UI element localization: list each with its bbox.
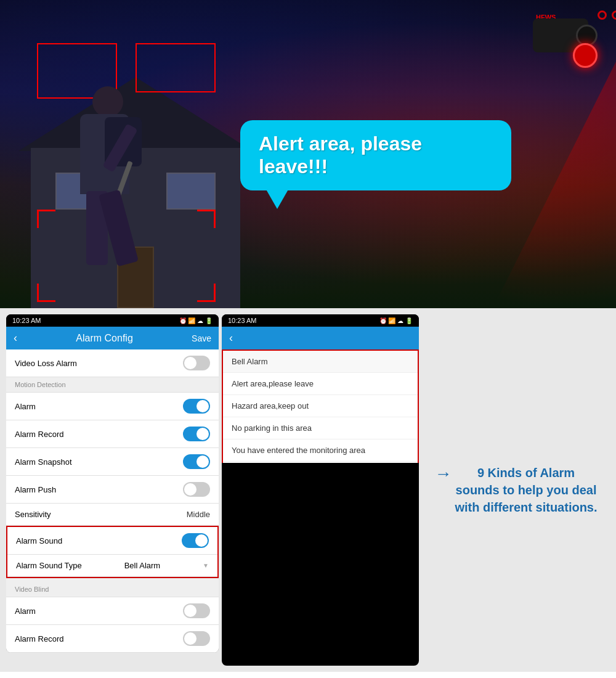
- alarm-push-row: Alarm Push: [6, 476, 219, 504]
- time-1: 10:23 AM: [12, 317, 41, 324]
- alarm-sound-dropdown: Bell Alarm Alert area,please leave Hazar…: [222, 349, 419, 463]
- save-button-1[interactable]: Save: [192, 333, 211, 343]
- alarm-push-toggle[interactable]: [183, 482, 210, 497]
- info-line-3: with different situations.: [455, 499, 597, 516]
- alarm-snapshot-row: Alarm Snapshot: [6, 448, 219, 476]
- info-text-section: → 9 Kinds of Alarm sounds to help you de…: [422, 314, 610, 666]
- alert-speech-bubble: Alert area, please leave!!!: [240, 120, 511, 190]
- hero-section: Alert area, please leave!!! HFWS: [0, 0, 616, 308]
- person-head: [92, 86, 123, 117]
- alarm-label: Alarm: [15, 402, 36, 411]
- alarm-sound-toggle[interactable]: [182, 533, 209, 548]
- app-title-1: Alarm Config: [76, 333, 132, 344]
- wave-2: [612, 10, 616, 20]
- alarm-sound-highlighted: Alarm Sound Alarm Sound Type Bell Alarm …: [6, 526, 219, 578]
- info-lines: 9 Kinds of Alarm sounds to help you deal…: [455, 464, 597, 516]
- alarm-sound-row: Alarm Sound: [7, 527, 217, 555]
- dropdown-item-2[interactable]: Alert area,please leave: [223, 373, 418, 395]
- expand-icon: ▼: [203, 562, 209, 569]
- phone-1: 10:23 AM ⏰ 📶 ☁ 🔋 ‹ Alarm Config Save Vid…: [6, 314, 219, 666]
- video-blind-alarm-record-label: Alarm Record: [15, 634, 63, 643]
- phone-screen-1: 10:23 AM ⏰ 📶 ☁ 🔋 ‹ Alarm Config Save Vid…: [6, 314, 219, 653]
- back-button-1[interactable]: ‹: [14, 332, 17, 345]
- app-content-2: Video Motio... Alarm Alarm Alarm: [222, 349, 419, 463]
- time-2: 10:23 AM: [228, 317, 256, 324]
- dropdown-item-5[interactable]: You have entered the monitoring area: [223, 439, 418, 462]
- alert-text: Alert area, please leave!!!: [259, 133, 493, 178]
- alarm-sound-type-row: Alarm Sound Type Bell Alarm ▼: [7, 555, 217, 577]
- dropdown-item-1[interactable]: Bell Alarm: [223, 351, 418, 373]
- siren-light: [573, 43, 598, 68]
- motion-detection-label: Motion Detection: [15, 381, 66, 388]
- video-loss-alarm-row: Video Loss Alarm: [6, 349, 219, 377]
- video-loss-toggle[interactable]: [183, 356, 210, 370]
- alarm-record-row: Alarm Record: [6, 420, 219, 448]
- status-icons-2: ⏰ 📶 ☁ 🔋: [379, 317, 413, 324]
- alarm-record-label: Alarm Record: [15, 430, 63, 439]
- video-blind-label: Video Blind: [15, 586, 49, 593]
- house-window-right: [166, 173, 216, 210]
- video-blind-alarm-toggle[interactable]: [183, 603, 210, 618]
- alarm-snapshot-label: Alarm Snapshot: [15, 457, 72, 467]
- phone-2: 10:23 AM ⏰ 📶 ☁ 🔋 ‹ Video Motio...: [222, 314, 419, 666]
- video-blind-alarm-label: Alarm: [15, 607, 36, 616]
- camera-widget: HFWS: [530, 12, 604, 62]
- alarm-push-label: Alarm Push: [15, 485, 56, 494]
- alarm-sound-type-value: Bell Alarm: [124, 561, 161, 570]
- info-content: → 9 Kinds of Alarm sounds to help you de…: [434, 464, 597, 516]
- dropdown-item-6[interactable]: Hello welcome: [223, 462, 418, 463]
- detection-box-2: [136, 43, 216, 92]
- sensitivity-row: Sensitivity Middle: [6, 504, 219, 526]
- app-header-1: ‹ Alarm Config Save: [6, 327, 219, 349]
- info-arrow-icon: →: [434, 464, 452, 484]
- status-bar-1: 10:23 AM ⏰ 📶 ☁ 🔋: [6, 314, 219, 327]
- video-blind-alarm-record-row: Alarm Record: [6, 625, 219, 653]
- bracket-top-left: [37, 210, 55, 228]
- intruder-person: [62, 86, 148, 271]
- info-line-1: 9 Kinds of Alarm: [455, 464, 597, 481]
- status-bar-2: 10:23 AM ⏰ 📶 ☁ 🔋: [222, 314, 419, 327]
- dropdown-item-3[interactable]: Hazard area,keep out: [223, 395, 418, 417]
- video-blind-header: Video Blind: [6, 582, 219, 597]
- sensitivity-value: Middle: [187, 510, 210, 519]
- alarm-sound-label: Alarm Sound: [16, 536, 62, 545]
- bracket-bottom-right: [197, 284, 216, 302]
- bottom-section: 10:23 AM ⏰ 📶 ☁ 🔋 ‹ Alarm Config Save Vid…: [0, 308, 616, 672]
- bracket-top-right: [197, 210, 216, 228]
- app-header-2: ‹: [222, 327, 419, 349]
- motion-detection-header: Motion Detection: [6, 377, 219, 393]
- info-line-2: sounds to help you deal: [455, 481, 597, 499]
- wave-1: [598, 10, 607, 20]
- alarm-record-toggle[interactable]: [183, 427, 210, 441]
- phone-screen-2: 10:23 AM ⏰ 📶 ☁ 🔋 ‹ Video Motio...: [222, 314, 419, 666]
- sensitivity-label: Sensitivity: [15, 510, 51, 519]
- video-blind-alarm-row: Alarm: [6, 597, 219, 625]
- dropdown-item-4[interactable]: No parking in this area: [223, 417, 418, 439]
- bracket-bottom-left: [37, 284, 55, 302]
- back-button-2[interactable]: ‹: [229, 332, 233, 345]
- app-content-1: Video Loss Alarm Motion Detection Alarm …: [6, 349, 219, 653]
- alarm-toggle[interactable]: [183, 399, 210, 414]
- info-row: → 9 Kinds of Alarm sounds to help you de…: [434, 464, 597, 516]
- alarm-sound-type-label: Alarm Sound Type: [16, 561, 82, 570]
- signal-waves: [596, 9, 616, 23]
- alarm-row: Alarm: [6, 393, 219, 420]
- status-icons-1: ⏰ 📶 ☁ 🔋: [179, 317, 213, 324]
- video-loss-label: Video Loss Alarm: [15, 359, 77, 368]
- video-blind-alarm-record-toggle[interactable]: [183, 631, 210, 646]
- alarm-snapshot-toggle[interactable]: [183, 454, 210, 469]
